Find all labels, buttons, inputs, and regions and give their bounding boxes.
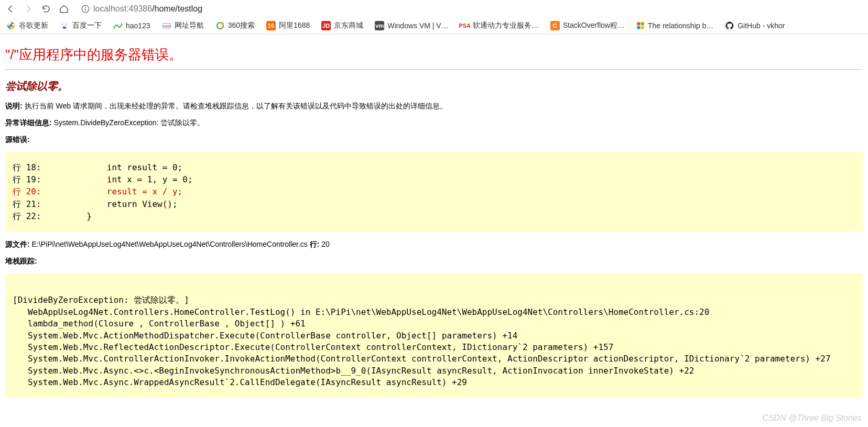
browser-toolbar: localhost:49386/home/testlog xyxy=(0,0,868,18)
hao123-icon xyxy=(113,22,123,29)
svg-point-1 xyxy=(85,7,86,8)
address-path: /home/testlog xyxy=(152,4,202,13)
stack-trace-label: 堆栈跟踪: xyxy=(5,257,863,266)
svg-point-8 xyxy=(221,22,224,25)
code-line-21: 行 21: return View(); xyxy=(13,199,178,209)
svg-rect-11 xyxy=(637,26,640,29)
baidu-icon xyxy=(60,21,69,30)
source-code-box: 行 18: int result = 0; 行 19: int x = 1, y… xyxy=(5,152,863,232)
bookmark-label: The relationship b… xyxy=(648,21,713,30)
svg-rect-12 xyxy=(641,26,644,29)
svg-rect-2 xyxy=(85,8,86,11)
divider xyxy=(5,69,863,70)
svg-rect-9 xyxy=(637,22,640,25)
bookmark-label: GitHub - vkhor xyxy=(737,21,785,30)
error-heading: "/"应用程序中的服务器错误。 xyxy=(5,46,863,64)
bookmark-baidu[interactable]: 百度一下 xyxy=(60,21,102,30)
1688-icon: 16 xyxy=(266,21,276,30)
bookmark-2345[interactable]: 2345 网址导航 xyxy=(162,21,204,30)
vm-icon: vm xyxy=(375,21,384,30)
360-icon xyxy=(215,21,225,30)
bookmark-github[interactable]: GitHub - vkhor xyxy=(725,21,785,30)
source-file-text: E:\PiPi\net\WebAppUseLog4Net\WebAppUseLo… xyxy=(30,240,310,248)
exception-detail-label: 异常详细信息: xyxy=(5,118,52,127)
address-bar[interactable]: localhost:49386/home/testlog xyxy=(75,2,864,16)
bookmark-google-update[interactable]: 谷歌更新 xyxy=(6,21,48,30)
description-line: 说明: 执行当前 Web 请求期间，出现未经处理的异常。请检查堆栈跟踪信息，以了… xyxy=(5,102,863,111)
bookmark-jd[interactable]: JD 京东商城 xyxy=(321,21,363,30)
bookmark-label: 360搜索 xyxy=(228,21,255,30)
bookmark-label: Windows VM | V… xyxy=(387,21,448,30)
description-text: 执行当前 Web 请求期间，出现未经处理的异常。请检查堆栈跟踪信息，以了解有关该… xyxy=(23,102,447,110)
back-button[interactable] xyxy=(4,3,17,15)
github-icon xyxy=(725,21,734,30)
address-host: localhost: xyxy=(93,4,129,13)
svg-rect-10 xyxy=(641,22,644,25)
description-label: 说明: xyxy=(5,102,23,110)
home-button[interactable] xyxy=(58,3,70,15)
bookmark-hao123[interactable]: hao123 xyxy=(113,21,150,30)
bookmark-label: 网址导航 xyxy=(175,21,204,30)
psa-icon: PSA xyxy=(460,21,470,30)
bookmark-label: 软通动力专业服务… xyxy=(473,21,539,30)
code-line-22: 行 22: } xyxy=(13,211,92,221)
bookmark-360[interactable]: 360搜索 xyxy=(215,21,255,30)
forward-button[interactable] xyxy=(22,3,35,15)
bookmark-stackoverflow[interactable]: C StackOverflow程… xyxy=(550,21,625,30)
exception-detail-line: 异常详细信息: System.DivideByZeroException: 尝试… xyxy=(5,118,863,128)
bookmark-windows-vm[interactable]: vm Windows VM | V… xyxy=(375,21,448,30)
bookmark-microsoft[interactable]: The relationship b… xyxy=(636,21,713,30)
bookmark-label: StackOverflow程… xyxy=(563,21,625,30)
bookmark-1688[interactable]: 16 阿里1688 xyxy=(266,21,310,30)
error-subheading: 尝试除以零。 xyxy=(5,79,863,93)
stack-trace-box: [DivideByZeroException: 尝试除以零。] WebAppUs… xyxy=(5,273,863,398)
reload-button[interactable] xyxy=(40,3,52,15)
bookmark-label: 谷歌更新 xyxy=(19,21,48,30)
svg-text:2345: 2345 xyxy=(163,25,170,28)
stackoverflow-icon: C xyxy=(550,21,560,30)
line-number: 20 xyxy=(319,240,329,248)
error-page: "/"应用程序中的服务器错误。 尝试除以零。 说明: 执行当前 Web 请求期间… xyxy=(0,34,868,398)
line-label: 行: xyxy=(310,240,320,248)
source-file-label: 源文件: xyxy=(5,240,30,248)
chrome-icon xyxy=(6,21,16,30)
exception-detail-text: System.DivideByZeroException: 尝试除以零。 xyxy=(52,118,205,127)
bookmark-label: 京东商城 xyxy=(334,21,363,30)
bookmark-label: 百度一下 xyxy=(72,21,102,30)
code-line-19: 行 19: int x = 1, y = 0; xyxy=(13,174,193,184)
bookmark-label: 阿里1688 xyxy=(279,21,310,30)
code-line-20: 行 20: result = x / y; xyxy=(13,187,182,196)
bookmark-label: hao123 xyxy=(126,21,150,30)
2345-icon: 2345 xyxy=(162,21,171,30)
source-error-label: 源错误: xyxy=(5,135,863,145)
code-line-18: 行 18: int result = 0; xyxy=(13,162,182,172)
jd-icon: JD xyxy=(321,21,331,30)
bookmarks-bar: 谷歌更新 百度一下 hao123 2345 网址导航 360搜索 16 阿里16… xyxy=(0,18,868,34)
bookmark-isoftstone[interactable]: PSA 软通动力专业服务… xyxy=(460,21,539,30)
site-info-icon[interactable] xyxy=(81,4,90,14)
address-port: 49386 xyxy=(129,4,153,13)
microsoft-icon xyxy=(636,21,645,30)
source-file-line: 源文件: E:\PiPi\net\WebAppUseLog4Net\WebApp… xyxy=(5,240,863,249)
